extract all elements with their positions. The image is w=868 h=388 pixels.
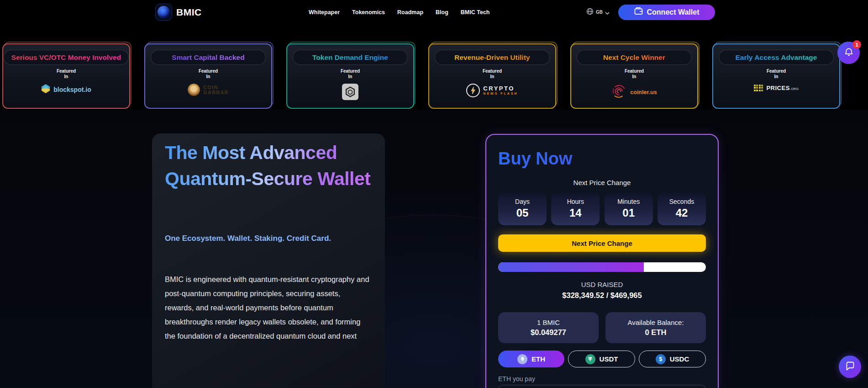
brand-name: BMIC [176,7,202,18]
countdown-minutes: Minutes 01 [605,193,653,225]
token-label: ETH [531,355,545,363]
featured-card-badge: Revenue-Driven Utility [435,50,550,65]
token-button-usdc[interactable]: $USDC [639,351,706,367]
featured-label-line1: Featured [57,69,76,74]
prices-dots-icon [754,85,763,91]
featured-label-line2: In [64,74,68,80]
featured-outlet-logo: blockspot.io [41,84,91,96]
pay-amount-input[interactable] [498,385,706,388]
featured-card-title: Early Access Advantage [736,53,817,62]
featured-label-line2: In [774,74,779,80]
featured-card-badge: Early Access Advantage [719,50,834,65]
outlet-name: coinler.us [630,89,657,96]
featured-label-line1: Featured [625,69,644,74]
nav-links: WhitepaperTokenomicsRoadmapBlogBMIC Tech [309,0,489,24]
hero-description: BMIC is engineered with quantum-resistan… [165,272,371,343]
buy-widget: Buy Now Next Price Change Days 05Hours 1… [485,134,719,388]
countdown-timer: Days 05Hours 14Minutes 01Seconds 42 [498,193,706,225]
featured-card-next-cycle-winner: Next Cycle Winner Featured In coinler.us [570,43,698,109]
featured-label-line2: In [632,74,637,80]
chevron-down-icon [605,8,610,16]
brand[interactable]: BMIC [155,4,202,21]
token-button-usdt[interactable]: USDT [568,351,635,367]
featured-outlet-logo: COINGABBAR [188,84,228,96]
usd-raised-label: USD RAISED [498,281,706,288]
featured-card-badge: Token Demand Engine [293,50,408,65]
language-selector[interactable]: GB [586,8,610,17]
featured-label-line1: Featured [767,69,786,74]
page: BMIC WhitepaperTokenomicsRoadmapBlogBMIC… [0,0,868,388]
countdown-unit-label: Hours [551,198,600,205]
featured-label-line2: In [348,74,352,80]
token-label: USDT [600,355,618,363]
buy-now-title: Buy Now [498,148,706,170]
chat-button[interactable] [839,356,861,378]
next-price-change-label: Next Price Change [498,179,706,186]
outlet-name: COINGABBAR [203,85,228,95]
featured-card-title: Smart Capital Backed [172,53,244,62]
countdown-unit-value: 42 [658,207,706,219]
nav-link-blog[interactable]: Blog [436,9,448,16]
nav-link-bmic-tech[interactable]: BMIC Tech [461,9,490,16]
featured-card-token-demand-engine: Token Demand Engine Featured In [286,43,414,109]
token-label: USDC [670,355,689,363]
hero-subtitle: One Ecosystem. Wallet. Staking. Credit C… [165,234,371,243]
countdown-unit-value: 14 [551,207,600,219]
chat-bubble-icon [845,361,856,373]
lightning-icon [466,84,480,97]
blockspot-hexagon-icon [41,84,50,96]
featured-card-smart-capital-backed: Smart Capital Backed Featured In COINGAB… [144,43,272,109]
featured-cards-row: Serious VC/OTC Money Involved Featured I… [2,43,840,109]
usdc-icon: $ [656,354,666,364]
token-price-box: 1 BMIC $0.049277 [498,312,599,343]
notifications-button[interactable]: 1 [837,42,860,64]
pay-amount-label: ETH you pay [498,375,706,383]
countdown-unit-label: Minutes [605,198,653,205]
featured-card-serious-vc-otc-money-involved: Serious VC/OTC Money Involved Featured I… [2,43,130,109]
token-button-eth[interactable]: ETH [498,351,564,367]
hero-card: The Most Advanced Quantum-Secure Wallet … [152,133,385,388]
featured-label-line2: In [490,74,494,80]
presale-progress-bar [498,262,706,272]
featured-card-badge: Serious VC/OTC Money Involved [4,50,129,65]
notification-badge: 1 [852,40,861,49]
featured-card-early-access-advantage: Early Access Advantage Featured In PRICE… [712,43,840,109]
lion-icon [188,84,200,96]
usd-raised-value: $328,349.52 / $469,965 [498,291,706,300]
outlet-name: blockspot.io [53,86,91,93]
wallet-icon [634,7,643,17]
outlet-name: PRICES.ORG [766,84,799,92]
connect-wallet-button[interactable]: Connect Wallet [618,5,715,20]
bmic-logo-icon [155,4,172,21]
presale-progress-fill [498,262,644,272]
countdown-hours: Hours 14 [551,193,600,225]
info-row: 1 BMIC $0.049277 Available Balance: 0 ET… [498,312,706,343]
countdown-seconds: Seconds 42 [658,193,706,225]
featured-card-badge: Next Cycle Winner [577,50,692,65]
featured-card-title: Serious VC/OTC Money Involved [11,53,121,62]
nav-right: GB Connect Wallet [586,0,715,24]
featured-outlet-logo: coinler.us [611,84,657,101]
hex-shield-icon [342,84,358,100]
available-balance-box: Available Balance: 0 ETH [605,312,706,343]
featured-label-line1: Featured [199,69,218,74]
countdown-unit-value: 05 [498,207,547,219]
usdt-icon [585,354,595,364]
featured-outlet-logo: PRICES.ORG [754,84,799,92]
bell-icon [843,47,854,59]
outlet-name: CRYPTONEWS FLASH [483,85,518,96]
featured-card-badge: Smart Capital Backed [151,50,266,65]
nav-link-roadmap[interactable]: Roadmap [397,9,423,16]
language-code: GB [596,10,603,15]
featured-outlet-logo: CRYPTONEWS FLASH [466,84,518,97]
nav-link-whitepaper[interactable]: Whitepaper [309,9,340,16]
countdown-days: Days 05 [498,193,547,225]
navbar: BMIC WhitepaperTokenomicsRoadmapBlogBMIC… [0,0,868,24]
featured-label-line2: In [206,74,210,80]
countdown-unit-value: 01 [605,207,653,219]
nav-link-tokenomics[interactable]: Tokenomics [352,9,385,16]
next-price-change-button[interactable]: Next Price Change [498,234,706,252]
coinler-spiral-icon [611,84,627,101]
countdown-unit-label: Days [498,198,547,205]
eth-icon [517,354,527,364]
